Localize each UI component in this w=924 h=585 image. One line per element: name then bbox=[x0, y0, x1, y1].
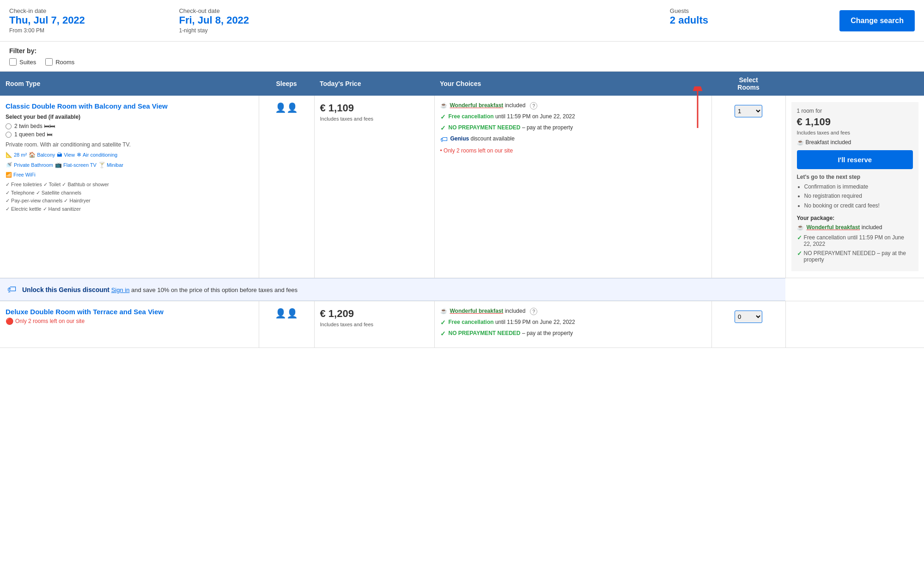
cancellation-label: Free cancellation bbox=[449, 113, 494, 120]
breakfast-summary-label: Breakfast included bbox=[806, 139, 851, 146]
room2-question-icon[interactable]: ? bbox=[530, 308, 537, 315]
bed-radio-twin[interactable] bbox=[6, 123, 12, 129]
room2-cancellation-label: Free cancellation bbox=[449, 319, 494, 325]
room2-cancellation-check-icon: ✓ bbox=[440, 319, 446, 326]
choice-cancellation-item: ✓ Free cancellation until 11:59 PM on Ju… bbox=[440, 113, 706, 121]
room2-breakfast-label: Wonderful breakfast bbox=[450, 308, 504, 314]
room2-prepayment-label: NO PREPAYMENT NEEDED bbox=[449, 330, 521, 336]
checkin-date: Thu, Jul 7, 2022 bbox=[9, 14, 160, 26]
room1-type-cell: Classic Double Room with Balcony and Sea… bbox=[0, 96, 259, 278]
next-step-item-3: No booking or credit card fees! bbox=[804, 201, 913, 210]
col-header-choices: Your Choices bbox=[434, 72, 711, 96]
room2-price-cell: € 1,209 Includes taxes and fees bbox=[314, 301, 434, 348]
bed-radio-queen[interactable] bbox=[6, 132, 12, 138]
room1-price-sub: Includes taxes and fees bbox=[320, 116, 429, 122]
reserve-button[interactable]: I'll reserve bbox=[797, 150, 913, 169]
pkg-check-icon-2: ✓ bbox=[797, 250, 802, 257]
checkout-sub: 1-night stay bbox=[179, 27, 330, 34]
filter-rooms[interactable]: Rooms bbox=[45, 58, 74, 66]
genius-banner-sign-in: Sign in and save 10% on the price of thi… bbox=[111, 286, 298, 293]
room2-choice-breakfast-text: Wonderful breakfast included bbox=[450, 308, 526, 314]
genius-banner-row: 🏷 Unlock this Genius discount Sign in an… bbox=[0, 278, 924, 301]
pkg-prepayment-text: NO PREPAYMENT NEEDED – pay at the proper… bbox=[804, 250, 913, 263]
only-rooms-icon: 🔴 bbox=[6, 317, 13, 325]
checkout-date: Fri, Jul 8, 2022 bbox=[179, 14, 330, 26]
genius-discount-text: discount available bbox=[471, 135, 515, 142]
rooms-label: Rooms bbox=[55, 59, 74, 66]
col-header-price: Today's Price bbox=[314, 72, 434, 96]
room2-only-rooms: 🔴 Only 2 rooms left on our site bbox=[6, 317, 253, 325]
genius-sign-in-link[interactable]: Sign in bbox=[111, 286, 130, 293]
checkout-label: Check-out date bbox=[179, 7, 330, 14]
genius-banner-summary-spacer bbox=[785, 278, 924, 301]
amenity-tv: 📺 Flat-screen TV bbox=[55, 162, 97, 168]
table-row-2: Deluxe Double Room with Terrace and Sea … bbox=[0, 301, 924, 348]
room1-select-dropdown[interactable]: 0 1 2 3 bbox=[735, 105, 762, 117]
filter-bar: Filter by: Suites Rooms bbox=[0, 42, 924, 72]
amenity-balcony: 🏠 Balcony bbox=[29, 152, 55, 158]
package-label: Your package: bbox=[797, 215, 913, 221]
bed-select-label: Select your bed (if available) bbox=[6, 114, 253, 120]
room2-breakfast-icon: ☕ bbox=[440, 308, 447, 314]
amenity-ac: ❄ Air conditioning bbox=[77, 152, 117, 158]
change-search-button[interactable]: Change search bbox=[839, 10, 915, 31]
genius-brand-label: Genius bbox=[450, 135, 469, 142]
suites-label: Suites bbox=[19, 59, 36, 66]
guests-value: 2 adults bbox=[670, 14, 821, 26]
bed-queen-label: 1 queen bed 🛏 bbox=[14, 131, 52, 138]
genius-banner-title: Unlock this Genius discount bbox=[22, 286, 109, 293]
genius-banner-icon: 🏷 bbox=[7, 284, 17, 295]
room1-wifi: 📶 Free WiFi bbox=[6, 172, 253, 178]
bed-twin-label: 2 twin beds 🛏🛏 bbox=[14, 123, 55, 129]
col-header-summary bbox=[785, 72, 924, 96]
choice-prepayment-text: NO PREPAYMENT NEEDED – pay at the proper… bbox=[449, 124, 573, 131]
room1-desc: Private room. With air conditioning and … bbox=[6, 141, 253, 148]
pkg-breakfast-suffix: included bbox=[862, 224, 882, 231]
breakfast-summary-icon: ☕ bbox=[797, 139, 804, 146]
bed-option-twin[interactable]: 2 twin beds 🛏🛏 bbox=[6, 123, 253, 129]
genius-banner-suffix: and save 10% on the price of this option… bbox=[131, 286, 298, 293]
genius-tag-icon: 🏷 bbox=[440, 135, 448, 144]
room1-summary-cell: 1 room for € 1,109 Includes taxes and fe… bbox=[785, 96, 924, 278]
room2-choices-cell: ☕ Wonderful breakfast included ? ✓ Free … bbox=[434, 301, 711, 348]
genius-banner-text: Unlock this Genius discount Sign in and … bbox=[22, 286, 298, 293]
pkg-breakfast-icon: ☕ bbox=[797, 224, 804, 231]
your-package-section: Your package: ☕ Wonderful breakfast incl… bbox=[797, 215, 913, 263]
room1-features: ✓ Free toiletries ✓ Toilet ✓ Bathtub or … bbox=[6, 181, 253, 213]
pkg-item-prepayment: ✓ NO PREPAYMENT NEEDED – pay at the prop… bbox=[797, 250, 913, 263]
room2-name: Deluxe Double Room with Terrace and Sea … bbox=[6, 308, 164, 316]
summary-room-for: 1 room for bbox=[797, 108, 913, 114]
pkg-check-icon-1: ✓ bbox=[797, 234, 802, 241]
checkin-section: Check-in date Thu, Jul 7, 2022 From 3:00… bbox=[9, 7, 160, 34]
table-row: Classic Double Room with Balcony and Sea… bbox=[0, 96, 924, 278]
next-step-section: Let's go to the next step Confirmation i… bbox=[797, 174, 913, 210]
choice-genius-text: Genius discount available bbox=[450, 135, 515, 142]
filter-suites[interactable]: Suites bbox=[9, 58, 36, 66]
room2-prepayment-text: – pay at the property bbox=[522, 330, 573, 336]
bed-option-queen[interactable]: 1 queen bed 🛏 bbox=[6, 131, 253, 138]
next-step-title: Let's go to the next step bbox=[797, 174, 913, 180]
room1-name-link[interactable]: Classic Double Room with Balcony and Sea… bbox=[6, 102, 253, 110]
genius-banner: 🏷 Unlock this Genius discount Sign in an… bbox=[0, 278, 785, 301]
room2-name-link[interactable]: Deluxe Double Room with Terrace and Sea … bbox=[6, 308, 253, 316]
genius-banner-cell: 🏷 Unlock this Genius discount Sign in an… bbox=[0, 278, 785, 301]
cancellation-text: until 11:59 PM on June 22, 2022 bbox=[495, 113, 575, 120]
suites-checkbox[interactable] bbox=[9, 58, 17, 66]
cancellation-check-icon: ✓ bbox=[440, 113, 446, 121]
room2-breakfast-suffix: included bbox=[505, 308, 526, 314]
summary-taxes: Includes taxes and fees bbox=[797, 130, 913, 135]
room1-price: € 1,109 bbox=[320, 102, 429, 114]
room2-prepayment-check-icon: ✓ bbox=[440, 330, 446, 337]
col-header-select: SelectRooms bbox=[711, 72, 785, 96]
room2-summary-cell bbox=[785, 301, 924, 348]
room2-select-dropdown[interactable]: 0 1 2 bbox=[735, 311, 762, 323]
room2-choice-breakfast-item: ☕ Wonderful breakfast included ? bbox=[440, 308, 706, 315]
guests-section: Guests 2 adults bbox=[670, 7, 821, 26]
next-step-item-1: Confirmation is immediate bbox=[804, 182, 913, 191]
rooms-checkbox[interactable] bbox=[45, 58, 53, 66]
room2-cancellation-text: until 11:59 PM on June 22, 2022 bbox=[495, 319, 575, 325]
room2-price-sub: Includes taxes and fees bbox=[320, 322, 429, 327]
question-icon[interactable]: ? bbox=[530, 102, 537, 110]
room1-amenities2: 🚿 Private Bathroom 📺 Flat-screen TV 🍸 Mi… bbox=[6, 162, 253, 168]
room1-price-cell: € 1,109 Includes taxes and fees bbox=[314, 96, 434, 278]
